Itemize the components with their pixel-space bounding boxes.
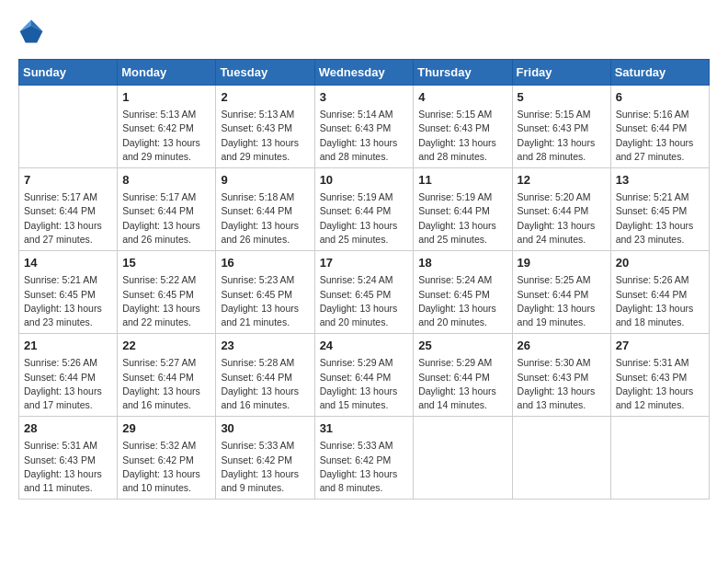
day-info: Sunrise: 5:27 AMSunset: 6:44 PMDaylight:… bbox=[122, 356, 210, 412]
day-number: 2 bbox=[221, 89, 309, 106]
day-info: Sunrise: 5:24 AMSunset: 6:45 PMDaylight:… bbox=[418, 273, 506, 329]
page-header bbox=[18, 18, 710, 44]
day-number: 15 bbox=[122, 255, 210, 271]
day-number: 4 bbox=[418, 89, 506, 106]
day-info: Sunrise: 5:31 AMSunset: 6:43 PMDaylight:… bbox=[24, 439, 112, 495]
week-row-2: 7Sunrise: 5:17 AMSunset: 6:44 PMDaylight… bbox=[19, 168, 710, 251]
day-info: Sunrise: 5:33 AMSunset: 6:42 PMDaylight:… bbox=[320, 439, 409, 495]
day-info: Sunrise: 5:20 AMSunset: 6:44 PMDaylight:… bbox=[518, 190, 606, 247]
day-number: 9 bbox=[221, 172, 309, 189]
calendar-cell: 2Sunrise: 5:13 AMSunset: 6:43 PMDaylight… bbox=[216, 86, 314, 168]
calendar-cell: 25Sunrise: 5:29 AMSunset: 6:44 PMDayligh… bbox=[414, 334, 512, 417]
day-info: Sunrise: 5:26 AMSunset: 6:44 PMDaylight:… bbox=[24, 356, 112, 412]
calendar-cell: 14Sunrise: 5:21 AMSunset: 6:45 PMDayligh… bbox=[19, 251, 118, 334]
calendar-cell: 31Sunrise: 5:33 AMSunset: 6:42 PMDayligh… bbox=[314, 417, 414, 500]
calendar-cell: 10Sunrise: 5:19 AMSunset: 6:44 PMDayligh… bbox=[314, 168, 414, 251]
day-number: 5 bbox=[518, 89, 606, 106]
day-number: 1 bbox=[122, 89, 210, 106]
header-day-friday: Friday bbox=[512, 60, 610, 86]
calendar-cell: 9Sunrise: 5:18 AMSunset: 6:44 PMDaylight… bbox=[216, 168, 314, 251]
day-info: Sunrise: 5:32 AMSunset: 6:42 PMDaylight:… bbox=[122, 439, 210, 495]
calendar-cell: 19Sunrise: 5:25 AMSunset: 6:44 PMDayligh… bbox=[512, 251, 610, 334]
calendar-cell: 30Sunrise: 5:33 AMSunset: 6:42 PMDayligh… bbox=[216, 417, 314, 500]
day-number: 6 bbox=[616, 89, 704, 106]
day-info: Sunrise: 5:31 AMSunset: 6:43 PMDaylight:… bbox=[616, 356, 704, 412]
calendar-cell: 26Sunrise: 5:30 AMSunset: 6:43 PMDayligh… bbox=[512, 334, 610, 417]
header-day-thursday: Thursday bbox=[414, 60, 512, 86]
day-info: Sunrise: 5:17 AMSunset: 6:44 PMDaylight:… bbox=[24, 190, 112, 247]
day-number: 19 bbox=[518, 255, 606, 271]
calendar-cell: 23Sunrise: 5:28 AMSunset: 6:44 PMDayligh… bbox=[216, 334, 314, 417]
day-number: 31 bbox=[320, 420, 409, 437]
calendar-table: SundayMondayTuesdayWednesdayThursdayFrid… bbox=[18, 59, 710, 500]
calendar-cell: 4Sunrise: 5:15 AMSunset: 6:43 PMDaylight… bbox=[414, 86, 512, 168]
day-number: 26 bbox=[518, 338, 606, 354]
day-info: Sunrise: 5:21 AMSunset: 6:45 PMDaylight:… bbox=[616, 190, 704, 247]
day-number: 20 bbox=[616, 255, 704, 271]
week-row-5: 28Sunrise: 5:31 AMSunset: 6:43 PMDayligh… bbox=[19, 417, 710, 500]
calendar-cell: 15Sunrise: 5:22 AMSunset: 6:45 PMDayligh… bbox=[118, 251, 216, 334]
calendar-cell: 22Sunrise: 5:27 AMSunset: 6:44 PMDayligh… bbox=[118, 334, 216, 417]
day-info: Sunrise: 5:21 AMSunset: 6:45 PMDaylight:… bbox=[24, 273, 112, 329]
day-number: 3 bbox=[320, 89, 409, 106]
calendar-cell bbox=[414, 417, 512, 500]
header-day-wednesday: Wednesday bbox=[314, 60, 414, 86]
day-number: 25 bbox=[418, 338, 506, 354]
day-info: Sunrise: 5:29 AMSunset: 6:44 PMDaylight:… bbox=[320, 356, 409, 412]
day-info: Sunrise: 5:26 AMSunset: 6:44 PMDaylight:… bbox=[616, 273, 704, 329]
calendar-cell bbox=[610, 417, 709, 500]
day-info: Sunrise: 5:18 AMSunset: 6:44 PMDaylight:… bbox=[221, 190, 309, 247]
day-info: Sunrise: 5:15 AMSunset: 6:43 PMDaylight:… bbox=[418, 108, 506, 164]
calendar-cell: 20Sunrise: 5:26 AMSunset: 6:44 PMDayligh… bbox=[610, 251, 709, 334]
day-number: 27 bbox=[616, 338, 704, 354]
calendar-cell: 5Sunrise: 5:15 AMSunset: 6:43 PMDaylight… bbox=[512, 86, 610, 168]
calendar-cell: 8Sunrise: 5:17 AMSunset: 6:44 PMDaylight… bbox=[118, 168, 216, 251]
header-day-tuesday: Tuesday bbox=[216, 60, 314, 86]
calendar-cell: 24Sunrise: 5:29 AMSunset: 6:44 PMDayligh… bbox=[314, 334, 414, 417]
calendar-cell bbox=[512, 417, 610, 500]
day-info: Sunrise: 5:13 AMSunset: 6:42 PMDaylight:… bbox=[122, 108, 210, 164]
calendar-header-row: SundayMondayTuesdayWednesdayThursdayFrid… bbox=[19, 60, 710, 86]
day-info: Sunrise: 5:30 AMSunset: 6:43 PMDaylight:… bbox=[518, 356, 606, 412]
day-number: 22 bbox=[122, 338, 210, 354]
day-info: Sunrise: 5:14 AMSunset: 6:43 PMDaylight:… bbox=[320, 108, 409, 164]
day-number: 30 bbox=[221, 420, 309, 437]
calendar-cell bbox=[19, 86, 118, 168]
calendar-cell: 27Sunrise: 5:31 AMSunset: 6:43 PMDayligh… bbox=[610, 334, 709, 417]
day-info: Sunrise: 5:16 AMSunset: 6:44 PMDaylight:… bbox=[616, 108, 704, 164]
day-number: 23 bbox=[221, 338, 309, 354]
calendar-cell: 18Sunrise: 5:24 AMSunset: 6:45 PMDayligh… bbox=[414, 251, 512, 334]
day-number: 24 bbox=[320, 338, 409, 354]
day-number: 16 bbox=[221, 255, 309, 271]
calendar-cell: 1Sunrise: 5:13 AMSunset: 6:42 PMDaylight… bbox=[118, 86, 216, 168]
day-number: 21 bbox=[24, 338, 112, 354]
day-info: Sunrise: 5:19 AMSunset: 6:44 PMDaylight:… bbox=[320, 190, 409, 247]
day-number: 14 bbox=[24, 255, 112, 271]
calendar-cell: 6Sunrise: 5:16 AMSunset: 6:44 PMDaylight… bbox=[610, 86, 709, 168]
calendar-cell: 12Sunrise: 5:20 AMSunset: 6:44 PMDayligh… bbox=[512, 168, 610, 251]
header-day-monday: Monday bbox=[118, 60, 216, 86]
calendar-cell: 3Sunrise: 5:14 AMSunset: 6:43 PMDaylight… bbox=[314, 86, 414, 168]
header-day-sunday: Sunday bbox=[19, 60, 118, 86]
calendar-cell: 21Sunrise: 5:26 AMSunset: 6:44 PMDayligh… bbox=[19, 334, 118, 417]
day-info: Sunrise: 5:24 AMSunset: 6:45 PMDaylight:… bbox=[320, 273, 409, 329]
day-number: 28 bbox=[24, 420, 112, 437]
calendar-cell: 16Sunrise: 5:23 AMSunset: 6:45 PMDayligh… bbox=[216, 251, 314, 334]
day-info: Sunrise: 5:25 AMSunset: 6:44 PMDaylight:… bbox=[518, 273, 606, 329]
calendar-cell: 13Sunrise: 5:21 AMSunset: 6:45 PMDayligh… bbox=[610, 168, 709, 251]
calendar-cell: 11Sunrise: 5:19 AMSunset: 6:44 PMDayligh… bbox=[414, 168, 512, 251]
day-info: Sunrise: 5:33 AMSunset: 6:42 PMDaylight:… bbox=[221, 439, 309, 495]
day-info: Sunrise: 5:28 AMSunset: 6:44 PMDaylight:… bbox=[221, 356, 309, 412]
day-info: Sunrise: 5:15 AMSunset: 6:43 PMDaylight:… bbox=[518, 108, 606, 164]
week-row-4: 21Sunrise: 5:26 AMSunset: 6:44 PMDayligh… bbox=[19, 334, 710, 417]
day-info: Sunrise: 5:13 AMSunset: 6:43 PMDaylight:… bbox=[221, 108, 309, 164]
day-info: Sunrise: 5:19 AMSunset: 6:44 PMDaylight:… bbox=[418, 190, 506, 247]
calendar-cell: 17Sunrise: 5:24 AMSunset: 6:45 PMDayligh… bbox=[314, 251, 414, 334]
day-number: 11 bbox=[418, 172, 506, 189]
week-row-1: 1Sunrise: 5:13 AMSunset: 6:42 PMDaylight… bbox=[19, 86, 710, 168]
logo-icon bbox=[18, 18, 44, 44]
day-info: Sunrise: 5:23 AMSunset: 6:45 PMDaylight:… bbox=[221, 273, 309, 329]
calendar-cell: 28Sunrise: 5:31 AMSunset: 6:43 PMDayligh… bbox=[19, 417, 118, 500]
day-info: Sunrise: 5:29 AMSunset: 6:44 PMDaylight:… bbox=[418, 356, 506, 412]
day-number: 10 bbox=[320, 172, 409, 189]
